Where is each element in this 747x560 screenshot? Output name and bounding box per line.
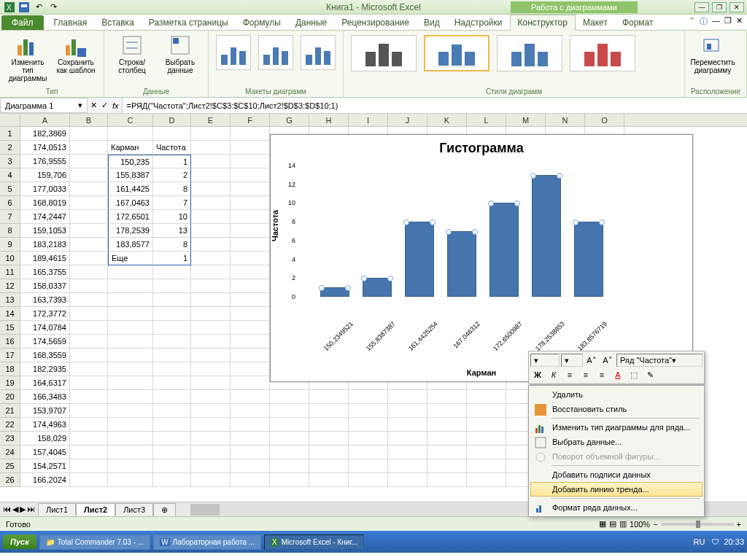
tab-design[interactable]: Конструктор [510, 15, 576, 31]
cell[interactable] [108, 307, 153, 321]
cell[interactable] [231, 349, 270, 362]
sheet-tab-3[interactable]: Лист3 [115, 503, 153, 516]
col-header-E[interactable]: E [191, 114, 231, 126]
cell[interactable] [191, 321, 231, 335]
doc-min-icon[interactable]: — [712, 16, 720, 27]
ctx-add-trendline[interactable]: Добавить линию тренда... [530, 482, 703, 497]
cell[interactable] [70, 210, 108, 224]
tab-review[interactable]: Рецензирование [334, 15, 417, 30]
zoom-slider[interactable] [661, 523, 734, 526]
cell[interactable] [270, 404, 309, 418]
bold-icon[interactable]: Ж [530, 368, 545, 381]
ctx-add-labels[interactable]: Добавить подписи данных [530, 467, 703, 482]
chart-bar[interactable] [405, 222, 434, 297]
tab-layout[interactable]: Макет [576, 15, 615, 30]
row-header[interactable]: 6 [0, 196, 20, 210]
chart-bar[interactable] [363, 278, 392, 297]
doc-max-icon[interactable]: ❐ [724, 16, 732, 27]
cell[interactable]: 166,3483 [20, 390, 70, 404]
cell[interactable] [153, 265, 191, 279]
cell[interactable]: Карман [108, 141, 153, 155]
chart-style-4[interactable] [570, 35, 635, 71]
cell[interactable]: 189,4615 [20, 252, 70, 265]
last-sheet-icon[interactable]: ⏭ [27, 505, 35, 514]
align-center-icon[interactable]: ≡ [578, 368, 593, 381]
row-header[interactable]: 18 [0, 362, 20, 376]
row-header[interactable]: 23 [0, 432, 20, 446]
cell[interactable]: 174,0784 [20, 321, 70, 335]
cell[interactable]: 163,7393 [20, 293, 70, 307]
select-all-corner[interactable] [0, 114, 20, 126]
cell[interactable] [231, 252, 270, 265]
cell[interactable] [388, 418, 427, 432]
align-left-icon[interactable]: ≡ [562, 368, 577, 381]
cell[interactable]: 178,2539 [108, 224, 153, 238]
row-header[interactable]: 13 [0, 293, 20, 307]
tab-home[interactable]: Главная [47, 15, 95, 30]
chart-bar[interactable] [320, 287, 349, 297]
cell[interactable] [427, 432, 467, 446]
cell[interactable] [427, 418, 467, 432]
ctx-reset-style[interactable]: Восстановить стиль [530, 402, 703, 416]
cell[interactable]: 168,3559 [20, 349, 70, 362]
cell[interactable] [191, 404, 231, 418]
cell[interactable]: 1 [153, 252, 191, 265]
cell[interactable] [349, 446, 388, 459]
cell[interactable] [349, 432, 388, 446]
cell[interactable]: 154,2571 [20, 459, 70, 473]
cell[interactable] [231, 196, 270, 210]
cell[interactable] [191, 418, 231, 432]
col-header-L[interactable]: L [467, 114, 506, 126]
series-select[interactable]: Ряд "Частота" ▾ [616, 354, 703, 367]
file-tab[interactable]: Файл [1, 15, 44, 30]
ctx-format-series[interactable]: Формат ряда данных... [530, 500, 703, 515]
cell[interactable] [70, 252, 108, 265]
mini-size-select[interactable]: ▾ [561, 354, 583, 367]
cell[interactable] [70, 473, 108, 487]
italic-icon[interactable]: К [546, 368, 561, 381]
cell[interactable] [153, 376, 191, 390]
cell[interactable] [70, 127, 108, 141]
tray-icon[interactable]: 🛡 [711, 537, 719, 546]
cell[interactable] [70, 265, 108, 279]
name-box[interactable]: Диаграмма 1▾ [0, 98, 88, 113]
cell[interactable]: 174,4963 [20, 418, 70, 432]
cell[interactable] [349, 404, 388, 418]
cell[interactable] [231, 265, 270, 279]
cell[interactable] [427, 404, 467, 418]
row-header[interactable]: 10 [0, 252, 20, 265]
redo-icon[interactable]: ↷ [47, 1, 60, 13]
cell[interactable] [191, 459, 231, 473]
cell[interactable] [70, 182, 108, 196]
cell[interactable]: 165,3755 [20, 265, 70, 279]
cell[interactable] [191, 376, 231, 390]
cell[interactable] [70, 376, 108, 390]
cell[interactable] [467, 390, 506, 404]
save-template-button[interactable]: Сохранить как шаблон [54, 34, 98, 74]
cell[interactable]: 182,3869 [20, 127, 70, 141]
cell[interactable] [270, 390, 309, 404]
cell[interactable] [427, 459, 467, 473]
excel-icon[interactable]: X [3, 1, 16, 13]
cell[interactable] [270, 473, 309, 487]
row-header[interactable]: 12 [0, 279, 20, 293]
sheet-tab-2[interactable]: Лист2 [76, 503, 115, 516]
cell[interactable] [153, 321, 191, 335]
tab-page-layout[interactable]: Разметка страницы [142, 15, 236, 30]
cell[interactable]: 177,0033 [20, 182, 70, 196]
cell[interactable] [309, 473, 349, 487]
cell[interactable] [70, 432, 108, 446]
cell[interactable] [153, 349, 191, 362]
cell[interactable]: 159,1053 [20, 224, 70, 238]
cell[interactable]: 172,6501 [108, 210, 153, 224]
cell[interactable]: 183,8577 [108, 238, 153, 252]
cell[interactable] [70, 238, 108, 252]
cell[interactable] [108, 265, 153, 279]
cell[interactable] [231, 168, 270, 182]
enter-formula-icon[interactable]: ✓ [101, 101, 108, 110]
cell[interactable]: 157,4045 [20, 446, 70, 459]
cell[interactable]: 174,5659 [20, 335, 70, 349]
cell[interactable] [191, 224, 231, 238]
cell[interactable] [191, 127, 231, 141]
task-word[interactable]: WЛабораторная работа ... [153, 534, 261, 550]
